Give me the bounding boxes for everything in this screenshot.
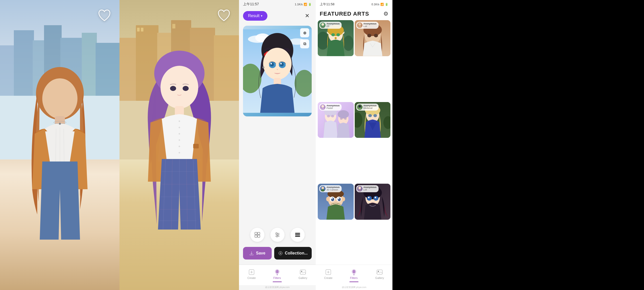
svg-point-123 [373, 114, 377, 117]
svg-point-96 [335, 37, 337, 39]
svg-point-130 [342, 197, 345, 201]
adjust-button[interactable] [270, 228, 285, 242]
gallery-icon [300, 269, 306, 275]
svg-point-104 [358, 23, 361, 26]
save-icon [249, 251, 254, 255]
svg-point-76 [276, 236, 278, 237]
svg-point-58 [263, 48, 292, 80]
svg-rect-22 [141, 28, 143, 31]
close-button[interactable]: ✕ [303, 11, 312, 20]
right-bottom-navigation: Create Filters Gallery [316, 265, 392, 285]
nav-filters[interactable]: Filters [269, 268, 286, 283]
left-panel [0, 0, 239, 290]
art-style-medieval: Medieval [364, 107, 377, 110]
gallery-label: Gallery [299, 276, 307, 279]
bottom-buttons: Save Collection... [239, 247, 316, 265]
avatar-pastel-icon [320, 104, 326, 110]
art-style-3dcartoon: 3D Cartoon [327, 189, 340, 191]
collection-button[interactable]: Collection... [274, 247, 312, 260]
art-card-loti[interactable]: Anonymous Loti [355, 20, 391, 56]
svg-point-97 [321, 23, 324, 26]
svg-point-8 [42, 78, 77, 119]
avatar-medieval [357, 104, 363, 110]
middle-status-bar: 上午11:57 1.1K/s 📶 🔋 [239, 0, 316, 9]
right-status-icons: 0.1K/s 📶 🔋 [372, 3, 388, 6]
expand-button[interactable]: ⊕ [300, 28, 309, 37]
spacer [239, 119, 316, 223]
avatar-loli [357, 186, 363, 191]
heart-icon-right[interactable] [216, 8, 231, 23]
art-card-pastel[interactable]: Anonymous Pastel [318, 102, 354, 138]
art-card-elf[interactable]: Anonymous Elf [318, 20, 354, 56]
compare-button[interactable]: ⧉ [300, 39, 309, 48]
nav-create[interactable]: Create [244, 268, 260, 283]
svg-rect-79 [295, 236, 300, 237]
menu-button[interactable] [291, 228, 305, 242]
svg-rect-87 [300, 270, 306, 274]
active-indicator [273, 281, 282, 282]
right-gallery-label: Gallery [375, 276, 384, 279]
save-button[interactable]: Save [243, 247, 272, 260]
svg-point-14 [59, 123, 61, 125]
art-card-3dcartoon[interactable]: Anonymous 3D Cartoon [318, 184, 354, 220]
menu-icon [295, 232, 301, 238]
real-photo-panel [0, 0, 119, 290]
svg-point-63 [270, 63, 272, 65]
avatar-elf-icon [320, 22, 326, 28]
svg-point-143 [373, 196, 378, 201]
real-person-svg [15, 63, 105, 290]
layout-icon [254, 232, 260, 238]
art-info-3dcartoon: Anonymous 3D Cartoon [327, 186, 340, 191]
art-style-loli: Loli [364, 189, 377, 191]
svg-point-145 [375, 197, 376, 198]
svg-point-34 [179, 152, 180, 153]
svg-point-105 [358, 26, 361, 28]
svg-rect-67 [255, 232, 257, 235]
action-icons-row [239, 223, 316, 247]
svg-point-62 [280, 62, 284, 67]
svg-point-142 [367, 196, 372, 201]
filters-icon [274, 269, 280, 275]
avatar-loli-icon [357, 186, 363, 191]
heart-icon-left[interactable] [97, 8, 112, 23]
svg-point-30 [179, 127, 180, 128]
layout-button[interactable] [250, 228, 264, 242]
svg-rect-77 [295, 233, 300, 234]
result-label: Result [248, 14, 259, 18]
art-info-medieval: Anonymous Medieval [364, 105, 377, 110]
art-card-label-pastel: Anonymous Pastel [319, 104, 342, 111]
middle-header: Result ▾ ✕ [239, 9, 316, 23]
right-time: 上午11:58 [320, 2, 335, 7]
right-nav-gallery[interactable]: Gallery [371, 268, 388, 283]
svg-point-113 [340, 118, 343, 120]
svg-point-91 [343, 36, 354, 51]
svg-point-65 [262, 66, 264, 68]
svg-point-129 [326, 197, 330, 201]
bottom-navigation: Create Filters Gallery [239, 265, 316, 285]
svg-point-74 [276, 233, 277, 234]
svg-point-124 [358, 105, 361, 108]
right-nav-create[interactable]: Create [320, 268, 337, 283]
svg-point-137 [321, 187, 324, 189]
featured-arts-title: FEATURED ARTS [320, 11, 369, 17]
filters-label: Filters [273, 276, 281, 279]
art-card-loli[interactable]: Anonymous Loli [355, 184, 391, 220]
right-active-indicator [349, 281, 358, 282]
svg-point-144 [368, 197, 369, 198]
result-overlay-buttons: ⊕ ⧉ [300, 28, 309, 48]
art-card-label-loti: Anonymous Loti [356, 22, 379, 29]
right-nav-filters[interactable]: Filters [345, 268, 363, 283]
result-button[interactable]: Result ▾ [243, 11, 267, 21]
svg-point-116 [321, 108, 325, 110]
art-card-medieval[interactable]: Anonymous Medieval [355, 102, 391, 138]
svg-point-29 [179, 120, 180, 122]
svg-point-112 [338, 110, 349, 118]
svg-point-125 [358, 108, 361, 110]
svg-rect-70 [258, 235, 260, 237]
settings-icon[interactable]: ⚙ [383, 11, 388, 17]
art-card-label-loli: Anonymous Loli [356, 185, 379, 192]
nav-gallery[interactable]: Gallery [295, 268, 311, 283]
adjust-icon [274, 232, 280, 238]
right-create-label: Create [324, 276, 333, 279]
svg-point-133 [331, 198, 334, 201]
